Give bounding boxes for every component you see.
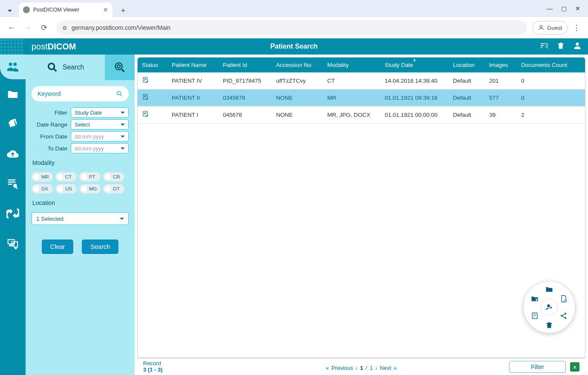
- close-tab-icon[interactable]: ✕: [103, 6, 108, 13]
- filter-button[interactable]: Filter: [509, 361, 566, 373]
- nav-item-list-search[interactable]: [0, 169, 26, 199]
- col-accession[interactable]: Accession No: [272, 58, 323, 72]
- minimize-icon[interactable]: —: [547, 5, 553, 12]
- from-date-label: From Date: [32, 133, 71, 140]
- table-row[interactable]: PATIENT IV PID_97178475 uffTzZTCvy CT 14…: [138, 72, 585, 89]
- svg-rect-7: [143, 94, 147, 99]
- svg-point-14: [547, 304, 550, 307]
- radial-action-menu: [524, 282, 575, 333]
- export-excel-icon[interactable]: x: [570, 362, 579, 372]
- clear-button[interactable]: Clear: [42, 239, 74, 254]
- radial-add-user-icon[interactable]: [541, 299, 558, 316]
- url-bar[interactable]: ⚙ germany.postdicom.com/Viewer/Main: [56, 20, 527, 35]
- table-row[interactable]: PATIENT II 0345678 NONE MR 01.01.1921 09…: [138, 89, 585, 107]
- svg-point-2: [48, 63, 54, 69]
- modality-chip-mr[interactable]: MR: [32, 172, 53, 182]
- nav-item-upload[interactable]: [0, 139, 26, 169]
- browser-menu-button[interactable]: ⋮: [569, 20, 584, 35]
- cell-patient-id: PID_97178475: [219, 72, 272, 89]
- cell-location: Default: [449, 72, 485, 89]
- radial-add-folder-icon[interactable]: [530, 294, 540, 304]
- nav-item-cards[interactable]: [0, 109, 26, 139]
- tab-advanced-search[interactable]: [105, 55, 135, 80]
- keyword-input[interactable]: [37, 90, 116, 97]
- reload-button[interactable]: ⟳: [37, 20, 51, 35]
- cell-modality: MR, JPG, DOCX: [323, 107, 380, 124]
- svg-rect-8: [143, 111, 147, 116]
- pager-next-icon[interactable]: ›: [375, 365, 377, 371]
- new-tab-button[interactable]: +: [117, 4, 130, 17]
- logo-pattern: [0, 38, 23, 55]
- tab-search[interactable]: Search: [26, 55, 105, 80]
- col-documents[interactable]: Documents Count: [517, 58, 585, 72]
- modality-chip-pt[interactable]: PT: [79, 172, 101, 182]
- user-icon[interactable]: [573, 41, 582, 52]
- pager-current: 1: [360, 365, 363, 371]
- nav-item-devices[interactable]: [0, 228, 26, 258]
- col-images[interactable]: Images: [485, 58, 517, 72]
- pager-next[interactable]: Next: [380, 365, 391, 371]
- keyword-input-wrapper[interactable]: [32, 86, 129, 101]
- nav-item-patients[interactable]: [0, 55, 26, 79]
- record-info: Record 3 (1 - 3): [143, 361, 163, 373]
- radial-share-icon[interactable]: [559, 311, 569, 321]
- results-area: Status Patient Name Patient Id Accession…: [135, 55, 588, 375]
- window-controls: — ▢ ✕: [542, 3, 585, 14]
- modality-chip-cr[interactable]: CR: [103, 172, 124, 182]
- to-date-input[interactable]: dd.mm.yyyy: [71, 143, 129, 153]
- nav-item-folder[interactable]: [0, 79, 26, 109]
- browser-tab[interactable]: PostDICOM Viewer ✕: [19, 3, 112, 17]
- col-modality[interactable]: Modality: [323, 58, 380, 72]
- pager-prev[interactable]: Previous: [331, 365, 353, 371]
- modality-chip-ct[interactable]: CT: [55, 172, 77, 182]
- person-icon: [538, 24, 545, 31]
- radial-report-icon[interactable]: [530, 311, 540, 321]
- search-button[interactable]: Search: [82, 239, 118, 254]
- search-icon[interactable]: [116, 90, 123, 97]
- svg-point-5: [117, 92, 121, 95]
- forward-button[interactable]: →: [20, 20, 35, 35]
- from-date-input[interactable]: dd.mm.yyyy: [71, 131, 129, 141]
- back-button[interactable]: ←: [4, 20, 19, 35]
- col-patient-name[interactable]: Patient Name: [167, 58, 219, 72]
- maximize-icon[interactable]: ▢: [561, 5, 567, 12]
- svg-point-1: [576, 43, 579, 46]
- svg-rect-10: [532, 313, 537, 318]
- url-text: germany.postdicom.com/Viewer/Main: [72, 24, 170, 31]
- col-status[interactable]: Status: [138, 58, 167, 72]
- sort-icon[interactable]: [539, 41, 549, 52]
- filter-select[interactable]: Study Date: [71, 107, 129, 118]
- site-settings-icon[interactable]: ⚙: [62, 25, 67, 31]
- date-range-select[interactable]: Select: [71, 119, 129, 130]
- modality-chip-mg[interactable]: MG: [79, 184, 101, 193]
- pager-last-icon[interactable]: »: [394, 365, 397, 371]
- modality-chip-us[interactable]: US: [55, 184, 77, 193]
- radial-delete-icon[interactable]: [544, 320, 554, 330]
- cell-documents: 0: [517, 72, 585, 89]
- cell-location: Default: [449, 89, 485, 107]
- app-header: postDICOM Patient Search: [0, 38, 588, 55]
- cell-study-date: 01.01.1921 09:39:16: [380, 89, 449, 107]
- trash-icon[interactable]: [556, 41, 565, 52]
- pager-first-icon[interactable]: «: [326, 365, 329, 371]
- close-window-icon[interactable]: ✕: [575, 5, 580, 12]
- radial-folder-icon[interactable]: [544, 284, 554, 294]
- modality-chip-ot[interactable]: OT: [103, 184, 124, 193]
- nav-item-sync[interactable]: [0, 199, 26, 228]
- logo[interactable]: postDICOM: [32, 42, 76, 52]
- cell-location: Default: [449, 107, 485, 124]
- modality-chip-dx[interactable]: DX: [32, 184, 53, 193]
- pager-prev-icon[interactable]: ‹: [356, 365, 357, 371]
- svg-rect-6: [143, 77, 147, 82]
- col-location[interactable]: Location: [449, 58, 485, 72]
- svg-point-4: [117, 65, 120, 68]
- search-panel: Search Filter Study Date Date: [26, 55, 135, 375]
- radial-add-doc-icon[interactable]: [559, 294, 569, 304]
- profile-chip[interactable]: Guest: [532, 21, 568, 35]
- table-row[interactable]: PATIENT I 045678 NONE MR, JPG, DOCX 01.0…: [138, 107, 585, 124]
- location-select[interactable]: 1 Selected: [32, 212, 129, 225]
- col-patient-id[interactable]: Patient Id: [219, 58, 272, 72]
- tab-list-dropdown[interactable]: [3, 4, 16, 17]
- cell-documents: 0: [517, 89, 585, 107]
- col-study-date[interactable]: Study Date: [380, 58, 449, 72]
